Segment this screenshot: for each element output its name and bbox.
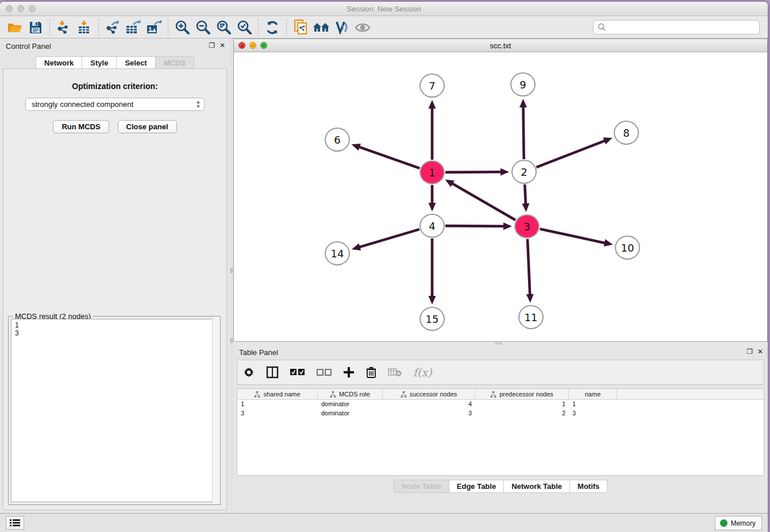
apply-layout-icon[interactable] (262, 18, 283, 37)
close-panel-button[interactable]: Close panel (118, 120, 177, 133)
app-window: Session: New Session Control Panel ❐ ✕ N… (0, 2, 768, 532)
edge-1-6[interactable] (359, 147, 419, 168)
zoom-fit-icon[interactable] (213, 18, 234, 37)
graph-node-2[interactable]: 2 (511, 160, 537, 184)
edge-2-9[interactable] (523, 106, 524, 159)
graph-node-11[interactable]: 11 (518, 305, 544, 329)
edge-2-3[interactable] (525, 184, 526, 205)
graph-node-6[interactable]: 6 (325, 128, 350, 152)
show-columns-icon[interactable] (266, 366, 279, 379)
close-table-panel-icon[interactable]: ✕ (757, 348, 763, 356)
tree-icon (401, 391, 407, 398)
edge-3-11[interactable] (528, 239, 530, 295)
delete-column-icon[interactable] (366, 367, 376, 378)
table-toolbar: f(x) (237, 360, 764, 385)
memory-button[interactable]: Memory (715, 516, 762, 530)
select-stepper-icon: ▲▼ (196, 100, 201, 109)
mcds-result-text[interactable]: 1 3 (11, 319, 218, 502)
delete-table-icon (388, 368, 402, 377)
edge-3-1[interactable] (452, 183, 515, 220)
memory-label: Memory (731, 519, 756, 527)
unselect-all-columns-icon[interactable] (317, 369, 332, 376)
zoom-in-icon[interactable] (172, 18, 192, 37)
edge-4-3[interactable] (445, 226, 505, 226)
main-toolbar (0, 17, 768, 38)
mcds-panel: Optimization criterion: strongly connect… (3, 68, 227, 510)
task-history-button[interactable] (6, 516, 24, 530)
graph-node-9[interactable]: 9 (510, 72, 536, 97)
graph-node-7[interactable]: 7 (419, 74, 445, 98)
edge-4-14[interactable] (359, 229, 419, 247)
toolbar-separator (49, 19, 50, 36)
arrowhead-icon (429, 296, 436, 304)
network-view-window: x − + scc.txt 7968124314101511 (233, 38, 768, 342)
arrowhead-icon (429, 100, 436, 109)
table-settings-gear-icon[interactable] (243, 367, 255, 378)
toolbar-separator (286, 19, 287, 36)
home-icon[interactable] (311, 18, 332, 37)
create-column-icon[interactable] (343, 367, 355, 378)
export-network-icon[interactable] (102, 18, 123, 37)
save-session-icon[interactable] (25, 18, 46, 37)
table-row[interactable]: 3dominator323 (237, 409, 764, 418)
table-cell: dominator (318, 400, 383, 409)
float-table-panel-icon[interactable]: ❐ (746, 348, 753, 356)
table-panel-title: Table Panel (239, 348, 278, 357)
tab-mcds[interactable]: MCDS (155, 56, 194, 70)
import-network-icon[interactable] (53, 18, 74, 37)
column-header-MCDS-role[interactable]: MCDS role (318, 389, 383, 399)
edge-2-8[interactable] (536, 141, 605, 168)
table-panel: Table Panel ❐ ✕ (233, 345, 768, 513)
result-scrollbar[interactable] (212, 317, 220, 504)
tab-style[interactable]: Style (82, 56, 116, 70)
run-mcds-button[interactable]: Run MCDS (53, 120, 109, 133)
optimization-criterion-select[interactable]: strongly connected component ▲▼ (25, 98, 205, 111)
tab-motifs[interactable]: Motifs (569, 480, 607, 493)
graph-node-1[interactable]: 1 (419, 160, 445, 184)
tab-edge-table[interactable]: Edge Table (449, 480, 503, 493)
control-panel-title: Control Panel (6, 42, 51, 51)
column-header-predecessor-nodes[interactable]: predecessor nodes (475, 389, 569, 399)
arrowhead-icon (429, 203, 436, 211)
graph-node-15[interactable]: 15 (419, 307, 445, 331)
tab-network-table[interactable]: Network Table (503, 480, 569, 493)
select-all-columns-icon[interactable] (290, 369, 305, 376)
show-hide-icon (352, 18, 373, 37)
import-table-icon[interactable] (74, 18, 95, 37)
network-window-titlebar[interactable]: x − + scc.txt (234, 39, 767, 52)
export-image-icon[interactable] (144, 18, 164, 37)
zoom-selected-icon[interactable] (234, 18, 255, 37)
network-window-title: scc.txt (234, 41, 767, 50)
graph-node-10[interactable]: 10 (615, 236, 640, 260)
graph-node-3[interactable]: 3 (514, 214, 540, 238)
vizmapper-icon[interactable] (332, 18, 352, 37)
column-header-name[interactable]: name (569, 389, 617, 399)
table-row[interactable]: 1dominator411 (237, 400, 764, 409)
graph-node-4[interactable]: 4 (419, 214, 445, 238)
network-canvas[interactable]: 7968124314101511 (234, 52, 767, 341)
table-cell: dominator (318, 409, 383, 418)
table-cell: 1 (569, 400, 617, 409)
column-header-shared-name[interactable]: shared name (237, 389, 318, 399)
tab-network[interactable]: Network (36, 56, 82, 70)
edge-3-10[interactable] (540, 229, 606, 244)
table-cell: 3 (569, 409, 617, 418)
graph-node-8[interactable]: 8 (614, 121, 639, 145)
export-table-icon[interactable] (123, 18, 144, 37)
tab-select[interactable]: Select (116, 56, 155, 70)
arrowhead-icon (603, 137, 612, 144)
arrowhead-icon (519, 99, 527, 107)
close-panel-icon[interactable]: ✕ (220, 41, 225, 49)
zoom-out-icon[interactable] (192, 18, 213, 37)
title-bar: Session: New Session (0, 2, 768, 16)
search-input[interactable] (593, 20, 760, 34)
toolbar-separator (98, 19, 99, 36)
open-session-icon[interactable] (5, 18, 25, 37)
tab-node-table[interactable]: Node Table (394, 480, 449, 493)
clone-network-icon[interactable] (290, 18, 311, 37)
float-panel-icon[interactable]: ❐ (209, 41, 215, 49)
tree-icon (490, 391, 496, 398)
column-header-successor-nodes[interactable]: successor nodes (383, 389, 475, 399)
edge-1-2[interactable] (445, 172, 502, 172)
graph-node-14[interactable]: 14 (325, 241, 350, 265)
